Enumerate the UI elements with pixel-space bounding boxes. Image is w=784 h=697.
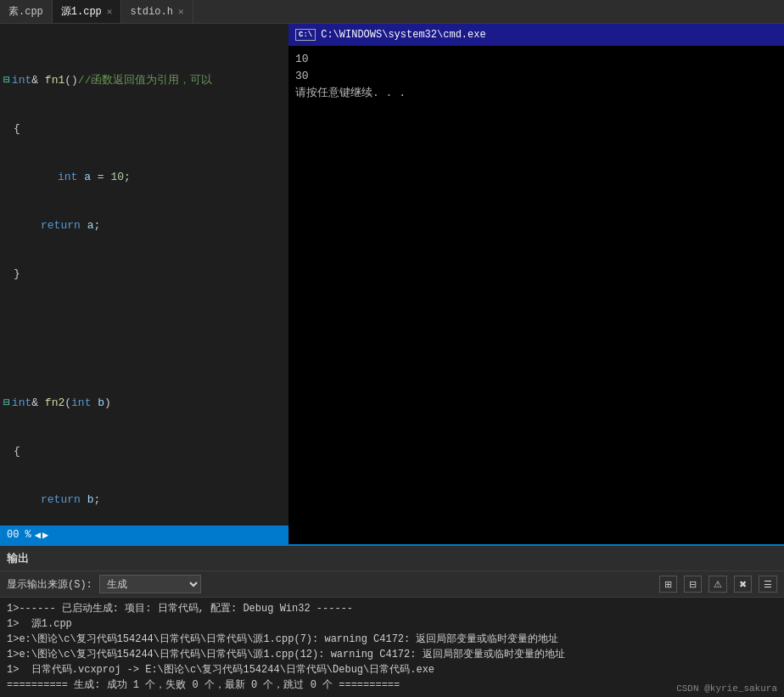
semi-ret-fn1: ; [93, 217, 100, 233]
output-line-2: 1> 源1.cpp [7, 616, 777, 632]
brace-fn1-close: } [14, 266, 20, 282]
code-content: ⊟int& fn1()//函数返回值为引用，可以 { int a = 10; r… [0, 24, 288, 526]
cmd-line-1: 10 [295, 51, 777, 68]
ref-fn2: & [31, 395, 45, 411]
space [77, 169, 84, 185]
tab-stdioh[interactable]: stdio.h ✕ [121, 0, 193, 23]
output-line-5: 1> 日常代码.vcxproj -> E:\图论\c\复习代码154244\日常… [7, 662, 777, 677]
code-line-fn1-close: } [3, 266, 285, 282]
space2 [81, 217, 87, 233]
editor-panel: ⊟int& fn1()//函数返回值为引用，可以 { int a = 10; r… [0, 24, 288, 544]
editor-status-bar: 00 % ◀ ▶ [0, 526, 288, 544]
output-toolbar-btn3[interactable]: ⚠ [708, 576, 727, 593]
kw-int-a: int [58, 169, 77, 185]
semi-fn1: ; [124, 169, 131, 185]
semi-fn2: ; [93, 492, 100, 508]
space-fn2-ret [81, 492, 87, 508]
kw-return-fn1: return [41, 217, 81, 233]
cmd-title: C:\WINDOWS\system32\cmd.exe [321, 29, 485, 41]
var-a-ret-fn1: a [87, 217, 94, 233]
code-line-fn2-return: return b; [3, 492, 285, 508]
watermark: CSDN @kyrie_sakura [676, 683, 777, 694]
brace-fn2-open: { [14, 443, 20, 459]
tab-label-stdioh: stdio.h [130, 6, 172, 18]
output-source-row: 显示输出来源(S): 生成 ⊞ ⊟ ⚠ ✖ ☰ [0, 571, 784, 598]
main-area: ⊟int& fn1()//函数返回值为引用，可以 { int a = 10; r… [0, 24, 784, 544]
zoom-level: 00 % [7, 529, 31, 541]
output-title: 输出 [7, 551, 29, 566]
var-b-ret-fn2: b [87, 492, 94, 508]
cmd-line-3: 请按任意键继续. . . [295, 85, 777, 102]
eq-fn1: = [91, 169, 110, 185]
cmd-panel[interactable]: C:\ C:\WINDOWS\system32\cmd.exe 10 30 请按… [288, 24, 784, 544]
code-line-fn2-open: { [3, 443, 285, 459]
kw-int-param-fn2: int [71, 395, 91, 411]
output-toolbar-btn1[interactable]: ⊞ [659, 576, 677, 593]
tab-bar: 素.cpp 源1.cpp ✕ stdio.h ✕ [0, 0, 784, 24]
tab-label-yuan1cpp: 源1.cpp [61, 4, 102, 19]
tab-sucpp[interactable]: 素.cpp [0, 0, 53, 23]
code-area[interactable]: ⊟int& fn1()//函数返回值为引用，可以 { int a = 10; r… [0, 24, 288, 526]
fold-icon-fn1[interactable]: ⊟ [3, 72, 10, 88]
tab-close-yuan1cpp[interactable]: ✕ [107, 6, 113, 17]
output-line-4: 1>e:\图论\c\复习代码154244\日常代码\日常代码\源1.cpp(12… [7, 647, 777, 662]
num-10-fn1: 10 [110, 169, 124, 185]
output-toolbar-btn2[interactable]: ⊟ [684, 576, 702, 593]
tab-label-sucpp: 素.cpp [8, 4, 43, 19]
code-line-fn1-int: int a = 10; [20, 169, 285, 185]
output-toolbar-btn5[interactable]: ☰ [759, 576, 777, 593]
zoom-arrow-left[interactable]: ◀ [35, 529, 41, 542]
zoom-arrow-right[interactable]: ▶ [42, 529, 48, 542]
tab-yuan1cpp[interactable]: 源1.cpp ✕ [53, 0, 122, 23]
brace-fn1-open: { [14, 121, 20, 137]
cmd-output: 10 30 请按任意键继续. . . [288, 46, 784, 544]
output-panel: 输出 显示输出来源(S): 生成 ⊞ ⊟ ⚠ ✖ ☰ 1>------ 已启动生… [0, 544, 784, 697]
code-line-fn1-open: { [3, 121, 285, 137]
comment-fn1: //函数返回值为引用，可以 [78, 72, 213, 88]
output-source-label: 显示输出来源(S): [7, 577, 92, 592]
output-source-select[interactable]: 生成 [99, 575, 201, 593]
kw-int-fn1: int [12, 72, 31, 88]
output-line-3: 1>e:\图论\c\复习代码154244\日常代码\日常代码\源1.cpp(7)… [7, 632, 777, 647]
var-a-fn1: a [84, 169, 91, 185]
kw-return-fn2: return [41, 492, 81, 508]
output-toolbar-btn4[interactable]: ✖ [734, 576, 752, 593]
ref-fn1: & [31, 72, 45, 88]
code-line-blank1 [3, 314, 285, 330]
code-line-fn1-return: return a; [3, 217, 285, 233]
paren-fn2-close: ) [104, 395, 111, 411]
cmd-icon: C:\ [295, 29, 316, 41]
code-line-fn2-decl: ⊟int& fn2(int b) [3, 395, 285, 411]
cmd-line-2: 30 [295, 68, 777, 85]
paren-fn2-open: ( [64, 395, 71, 411]
cmd-titlebar: C:\ C:\WINDOWS\system32\cmd.exe [288, 24, 784, 46]
output-toolbar: 输出 [0, 546, 784, 571]
fn-fn1: fn1 [45, 72, 64, 88]
fold-icon-fn2[interactable]: ⊟ [3, 395, 10, 411]
output-line-6: ========== 生成: 成功 1 个，失败 0 个，最新 0 个，跳过 0… [7, 677, 777, 693]
output-content: 1>------ 已启动生成: 项目: 日常代码, 配置: Debug Win3… [0, 598, 784, 697]
tab-close-stdioh[interactable]: ✕ [178, 6, 184, 17]
code-line-fn1-decl: ⊟int& fn1()//函数返回值为引用，可以 [3, 72, 285, 88]
paren-fn1: () [64, 72, 78, 88]
fn-fn2: fn2 [45, 395, 64, 411]
space-fn2 [91, 395, 98, 411]
output-line-1: 1>------ 已启动生成: 项目: 日常代码, 配置: Debug Win3… [7, 601, 777, 616]
kw-int-fn2: int [12, 395, 31, 411]
var-b-fn2: b [98, 395, 104, 411]
